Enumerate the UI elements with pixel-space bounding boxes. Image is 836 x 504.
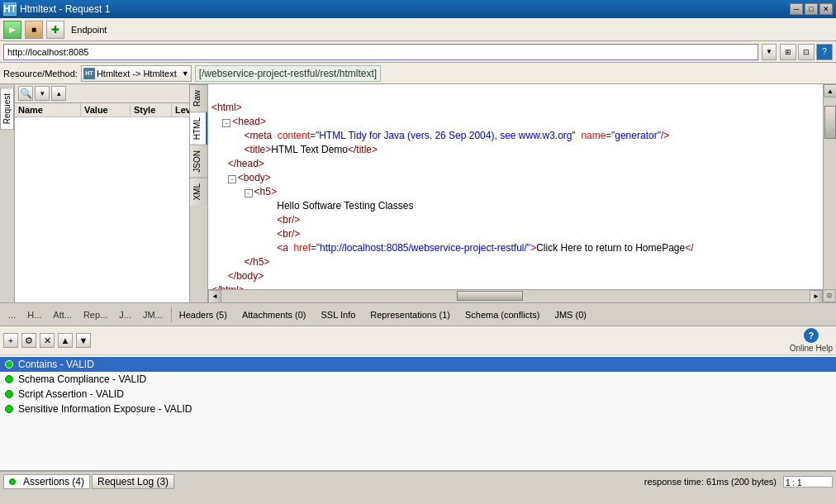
request-vertical-tab[interactable]: Request [0,88,14,130]
assertion-item-sensitive[interactable]: Sensitive Information Exposure - VALID [0,402,836,416]
minimize-button[interactable]: ─ [790,3,803,15]
horiz-scroll-track [221,290,810,302]
endpoint-dropdown-button[interactable]: ▼ [762,44,777,60]
stop-button[interactable]: ■ [25,21,43,39]
move-down-assertion-btn[interactable]: ▼ [76,333,91,348]
resource-method-row: Resource/Method: HT Htmltext -> Htmltext… [0,63,836,84]
assertions-toolbar: + ⚙ ✕ ▲ ▼ ? Online Help [0,326,836,355]
online-help-icon[interactable]: ? [804,328,819,343]
assertion-label-sensitive: Sensitive Information Exposure - VALID [18,403,192,415]
status-dot-contains [5,360,13,368]
expand-h5-btn[interactable]: - [245,189,253,197]
horizontal-scrollbar[interactable]: ◄ ► [208,289,823,302]
status-dot-script [5,390,13,398]
position-indicator: 1 : 1 [783,476,833,487]
expand-btn[interactable]: ▾ [35,86,50,101]
tab-ssl[interactable]: SSL Info [314,307,363,323]
add-button[interactable]: ✚ [46,21,64,39]
scroll-corner: ⊡ [823,289,836,302]
status-dot-sensitive [5,405,13,413]
scroll-up-btn[interactable]: ▲ [824,84,836,97]
resource-text: Htmltext -> Htmltext [97,69,177,78]
tab-representations[interactable]: Representations (1) [363,307,458,323]
toolbar-extra-btn2[interactable]: ⊡ [798,44,815,60]
resource-icon: HT [83,68,95,79]
add-assertion-btn[interactable]: + [3,333,18,348]
endpoint-input[interactable] [3,44,758,60]
resource-select[interactable]: HT Htmltext -> Htmltext ▼ [81,65,192,82]
assertions-tab-label: Assertions (4) [23,476,84,487]
expand-body-btn[interactable]: - [228,175,236,183]
column-headers: Name Value Style Level [15,103,189,117]
help-button[interactable]: ? [816,44,833,60]
delete-assertion-btn[interactable]: ✕ [40,333,55,348]
html-vtab[interactable]: HTML [190,112,207,145]
assertion-label-schema: Schema Compliance - VALID [18,373,146,385]
path-label: [/webservice-project-restful/rest/htmlte… [195,65,381,82]
nav-j[interactable]: J... [114,307,136,322]
window-controls: ─ □ ✕ [790,3,833,15]
assertion-item-contains[interactable]: Contains - VALID [0,357,836,372]
title-bar: HT Htmltext - Request 1 ─ □ ✕ [0,0,836,18]
horiz-scroll-thumb[interactable] [457,291,523,301]
request-log-tab[interactable]: Request Log (3) [92,474,174,489]
expand-head-btn[interactable]: - [222,119,230,127]
search-icon: 🔍 [20,88,32,99]
assertion-item-script[interactable]: Script Assertion - VALID [0,387,836,402]
online-help-label: Online Help [790,344,833,353]
response-time: response time: 61ms (200 bytes) [644,477,777,487]
run-button[interactable]: ▶ [3,21,21,39]
request-log-label: Request Log (3) [97,476,169,487]
nav-tabs-row: ... H... Att... Rep... J... JM... Header… [0,303,836,326]
window-title: Htmltext - Request 1 [20,3,110,15]
close-button[interactable]: ✕ [819,3,833,15]
xml-vtab[interactable]: XML [190,178,207,206]
online-help-section: ? Online Help [790,328,833,353]
tab-headers[interactable]: Headers (5) [172,307,235,323]
assertions-tab-dot [9,478,16,485]
main-toolbar: ▶ ■ ✚ Endpoint [0,18,836,41]
nav-ellipsis[interactable]: ... [3,307,21,322]
left-panel-content[interactable] [15,117,189,302]
raw-vtab[interactable]: Raw [190,84,207,112]
col-value: Value [81,103,131,116]
xml-content[interactable]: <html> -<head> <meta content="HTML Tidy … [208,84,836,302]
nav-rep[interactable]: Rep... [78,307,112,322]
resource-label: Resource/Method: [3,69,78,78]
search-btn[interactable]: 🔍 [18,86,33,101]
scroll-track [824,97,836,289]
vertical-scrollbar[interactable]: ▲ ▼ [823,84,836,302]
assertion-label-script: Script Assertion - VALID [18,388,124,400]
tab-attachments[interactable]: Attachments (0) [235,307,314,323]
settings-assertion-btn[interactable]: ⚙ [21,333,36,348]
move-up-assertion-btn[interactable]: ▲ [58,333,73,348]
endpoint-row: ▼ ⊞ ⊡ ? [0,41,836,63]
tab-schema[interactable]: Schema (conflicts) [458,307,547,323]
assertions-tab[interactable]: Assertions (4) [3,474,90,489]
tab-jms[interactable]: JMS (0) [547,307,594,323]
assertion-label-contains: Contains - VALID [18,359,94,370]
position-value: 1 : 1 [784,478,803,487]
col-level: Level [172,103,189,116]
nav-att[interactable]: Att... [48,307,77,322]
nav-h[interactable]: H... [22,307,46,322]
left-panel: Request 🔍 ▾ ▴ ? Name Value Style [0,84,190,302]
app-icon: HT [3,2,17,16]
assertion-item-schema[interactable]: Schema Compliance - VALID [0,372,836,387]
endpoint-label: Endpoint [71,25,107,35]
left-panel-toolbar: 🔍 ▾ ▴ ? [15,84,189,103]
assertions-panel: + ⚙ ✕ ▲ ▼ ? Online Help Contains - VALID… [0,326,836,471]
xml-viewer: <html> -<head> <meta content="HTML Tidy … [208,84,836,302]
scroll-thumb[interactable] [824,106,836,139]
nav-jm[interactable]: JM... [138,307,168,322]
scroll-left-btn[interactable]: ◄ [208,290,221,303]
toolbar-extra-btn1[interactable]: ⊞ [780,44,796,60]
restore-button[interactable]: □ [805,3,818,15]
json-vtab[interactable]: JSON [190,145,207,178]
status-tabs: Assertions (4) Request Log (3) [3,474,174,489]
col-style: Style [131,103,172,116]
scroll-right-btn[interactable]: ► [810,290,823,303]
collapse-btn[interactable]: ▴ [51,86,66,101]
status-bar: Assertions (4) Request Log (3) response … [0,471,836,491]
col-name: Name [15,103,81,116]
